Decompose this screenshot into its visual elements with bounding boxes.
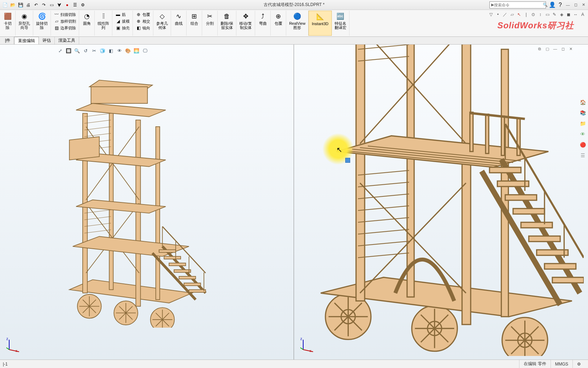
viewport-right[interactable]: ↖ z x ⧉ ▢ — ◻ ✕ 🏠 📚 📁 👁 🔴 ☰ bbox=[294, 45, 588, 360]
taskpane-property-icon[interactable]: ☰ bbox=[578, 151, 587, 160]
rib-icon: ▬ bbox=[115, 12, 121, 17]
new-icon[interactable]: 📄 bbox=[1, 1, 8, 8]
status-customize-icon[interactable]: ⚙ bbox=[572, 360, 585, 368]
filter-point-icon[interactable]: ⊙ bbox=[530, 11, 536, 18]
tab-|件[interactable]: |件 bbox=[1, 37, 14, 44]
search-run-icon[interactable]: ▶ bbox=[491, 2, 494, 7]
save-icon[interactable]: 💾 bbox=[17, 1, 24, 8]
rebuild-icon[interactable]: ● bbox=[64, 1, 71, 8]
taskpane-library-icon[interactable]: 📚 bbox=[578, 108, 587, 117]
tab-渲染工具[interactable]: 渲染工具 bbox=[55, 37, 79, 44]
zoom-area-icon[interactable]: 🔲 bbox=[65, 47, 72, 54]
ribbon-btn-intersect[interactable]: ⊗相交 bbox=[135, 18, 151, 24]
hide-show-icon[interactable]: 👁 bbox=[116, 47, 123, 54]
ribbon-btn-linear-pattern[interactable]: ⦙⦙线性阵 列 bbox=[97, 11, 110, 30]
filter-plane-icon[interactable]: ▭ bbox=[544, 11, 551, 18]
tab-评估[interactable]: 评估 bbox=[39, 37, 55, 44]
help-icon[interactable]: ? bbox=[559, 2, 562, 8]
section-view-icon[interactable]: ✂ bbox=[90, 47, 98, 54]
ribbon-label: 移动/复 制实体 bbox=[239, 21, 252, 30]
edit-appearance-icon[interactable]: 🎨 bbox=[124, 47, 131, 54]
filter-vertex-icon[interactable]: • bbox=[495, 11, 501, 18]
previous-view-icon[interactable]: ↺ bbox=[82, 47, 89, 54]
ribbon-btn-boundary-cut[interactable]: ▨边界切除 bbox=[53, 25, 77, 31]
viewport-left[interactable]: ⤢ 🔲 🔍 ↺ ✂ 🧊 ◧ 👁 🎨 🌅 🖵 bbox=[0, 45, 294, 360]
user-icon[interactable]: 👤 bbox=[549, 1, 556, 8]
search-command-box[interactable]: ▶ 🔍 bbox=[489, 1, 546, 8]
ribbon-btn-sweep-cut[interactable]: 〰扫描切除 bbox=[53, 11, 77, 18]
undo-icon[interactable]: ↶ bbox=[33, 1, 40, 8]
taskpane-view-icon[interactable]: 👁 bbox=[578, 130, 587, 139]
minimize-button[interactable]: — bbox=[565, 2, 571, 8]
filter-cursor-icon[interactable]: ↖ bbox=[516, 11, 522, 18]
command-manager-tabs: |件直接编辑评估渲染工具 bbox=[0, 37, 588, 45]
vp-minimize-icon[interactable]: — bbox=[552, 46, 558, 52]
filter-funnel-icon[interactable]: ▽ bbox=[488, 11, 494, 18]
taskpane-home-icon[interactable]: 🏠 bbox=[578, 98, 587, 107]
taskpane-explorer-icon[interactable]: 📁 bbox=[578, 119, 587, 128]
instant3d-icon: 📐 bbox=[316, 12, 324, 21]
options-icon[interactable]: ☰ bbox=[71, 1, 78, 8]
open-icon[interactable]: 📂 bbox=[9, 1, 16, 8]
filter-edge-icon[interactable]: ／ bbox=[502, 11, 508, 18]
ribbon-btn-shell[interactable]: ▣抽壳 bbox=[114, 25, 130, 31]
redo-icon[interactable]: ↷ bbox=[40, 1, 47, 8]
ribbon-btn-hole[interactable]: ◉异型孔 向导 bbox=[18, 11, 31, 30]
vp-close-icon[interactable]: ✕ bbox=[568, 46, 574, 52]
maximize-button[interactable]: ◻ bbox=[572, 2, 579, 8]
ribbon-btn-ref-geom[interactable]: ◇参考几 何体 bbox=[155, 11, 169, 30]
zoom-icon[interactable]: 🔍 bbox=[74, 47, 81, 54]
ribbon-btn-translate[interactable]: 🔤特征名 翻译宏 bbox=[334, 11, 347, 30]
svg-rect-94 bbox=[489, 167, 521, 173]
view-orientation-icon[interactable]: 🧊 bbox=[99, 47, 106, 54]
ribbon-btn-wrap2[interactable]: ⊕包覆 bbox=[274, 11, 283, 26]
filter-surface-icon[interactable]: ◈ bbox=[558, 11, 565, 18]
status-units[interactable]: MMGS bbox=[551, 360, 572, 368]
view-settings-icon[interactable]: 🖵 bbox=[141, 47, 148, 54]
settings-icon[interactable]: ⚙ bbox=[79, 1, 86, 8]
filter-sketch-icon[interactable]: ✎ bbox=[551, 11, 558, 18]
vp-maximize-icon[interactable]: ◻ bbox=[560, 46, 566, 52]
apply-scene-icon[interactable]: 🌅 bbox=[133, 47, 140, 54]
print-icon[interactable]: 🖨 bbox=[25, 1, 32, 8]
filter-solid-icon[interactable]: ◼ bbox=[565, 11, 572, 18]
taskpane-appearance-icon[interactable]: 🔴 bbox=[578, 140, 587, 149]
filter-face-icon[interactable]: ▱ bbox=[509, 11, 515, 18]
ribbon-label: 删除/保 留实体 bbox=[220, 21, 233, 30]
delete-body-icon: 🗑 bbox=[223, 12, 231, 21]
ribbon-btn-fillet[interactable]: ◔圆角 bbox=[82, 11, 92, 26]
close-button[interactable]: ✕ bbox=[580, 2, 587, 8]
select-dropdown-icon[interactable]: ⮟ bbox=[56, 1, 63, 8]
cube-cut-icon: 🟫 bbox=[4, 12, 12, 21]
vp-link-icon[interactable]: ⧉ bbox=[536, 46, 543, 52]
ribbon-btn-move-body[interactable]: ✥移动/复 制实体 bbox=[239, 11, 253, 30]
ribbon-btn-flex[interactable]: ⤴弯曲 bbox=[258, 11, 268, 26]
ribbon-btn-combine[interactable]: ⊞组合 bbox=[189, 11, 199, 26]
ribbon-btn-instant3d[interactable]: 📐Instant3D bbox=[311, 12, 329, 27]
ribbon-btn-mirror[interactable]: ◧镜向 bbox=[135, 25, 151, 31]
ribbon-btn-split[interactable]: ✂分割 bbox=[205, 11, 215, 26]
vp-single-icon[interactable]: ▢ bbox=[544, 46, 551, 52]
ribbon-group-realview: 🔵RealView 图形 bbox=[286, 11, 308, 36]
title-right-controls: ▶ 🔍 👤 ? — ◻ ✕ bbox=[489, 1, 587, 8]
ribbon-btn-delete-body[interactable]: 🗑删除/保 留实体 bbox=[220, 11, 234, 30]
ribbon-btn-loft-cut[interactable]: ▱放样切割 bbox=[53, 18, 77, 24]
linear-pattern-icon: ⦙⦙ bbox=[99, 12, 108, 21]
select-icon[interactable]: ▭ bbox=[48, 1, 55, 8]
filter-dim-icon[interactable]: ↔ bbox=[572, 11, 579, 18]
ribbon-btn-revolve-cut[interactable]: 🌀旋转切 除 bbox=[35, 11, 48, 30]
ribbon-btn-curve[interactable]: ∿曲线 bbox=[174, 11, 184, 26]
filter-note-icon[interactable]: A bbox=[580, 11, 586, 18]
ribbon-btn-cube-cut[interactable]: 🟫卡切 除 bbox=[3, 11, 13, 30]
zoom-fit-icon[interactable]: ⤢ bbox=[57, 47, 64, 54]
ribbon-btn-realview[interactable]: 🔵RealView 图形 bbox=[288, 11, 306, 30]
tab-直接编辑[interactable]: 直接编辑 bbox=[14, 37, 39, 44]
ribbon-btn-wrap[interactable]: ⊕包覆 bbox=[135, 11, 151, 18]
ribbon-btn-rib[interactable]: ▬筋 bbox=[114, 11, 130, 18]
cursor-arrow-icon: ↖ bbox=[336, 145, 342, 154]
search-input[interactable] bbox=[494, 3, 543, 7]
display-style-icon[interactable]: ◧ bbox=[107, 47, 114, 54]
search-icon[interactable]: 🔍 bbox=[543, 2, 548, 7]
filter-axis-icon[interactable]: ↕ bbox=[537, 11, 543, 18]
ribbon-btn-draft[interactable]: ◢拔模 bbox=[114, 18, 130, 24]
